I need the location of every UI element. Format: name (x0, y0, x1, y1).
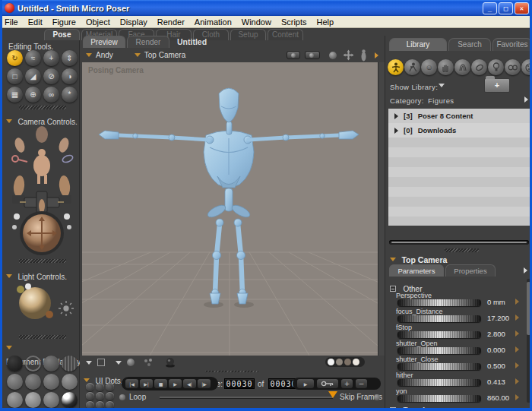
flat-shaded-style-icon[interactable] (25, 374, 41, 390)
section-grip[interactable] (19, 259, 66, 263)
tab-pose[interactable]: Pose (44, 29, 80, 40)
parameters-scrollbar[interactable] (527, 279, 530, 403)
param-value[interactable]: 0 mm (487, 298, 505, 306)
depth-cue-dropdown-icon[interactable] (86, 361, 92, 365)
viewport-scroll-groove[interactable] (378, 62, 385, 356)
props-category-icon[interactable] (471, 59, 487, 75)
rotate-tool-icon[interactable]: ↻ (7, 50, 23, 66)
category-expand-icon[interactable] (524, 96, 528, 103)
parameters-expand-icon[interactable] (524, 267, 527, 273)
add-figure-folder-button[interactable]: + (484, 78, 510, 93)
materials-category-icon[interactable] (521, 59, 532, 75)
depth-cue-icon[interactable] (97, 359, 105, 366)
grouping-tool-icon[interactable]: ▦ (7, 87, 23, 103)
menu-object[interactable]: Object (86, 17, 110, 27)
camera-controls-cluster[interactable] (8, 125, 76, 256)
param-menu-icon[interactable] (515, 378, 519, 384)
param-dial[interactable] (397, 395, 481, 402)
viewport[interactable]: Posing Camera (82, 62, 378, 356)
figure-silhouette-icon[interactable] (360, 49, 367, 62)
twist-tool-icon[interactable]: ≈ (25, 50, 41, 66)
tab-preview[interactable]: Preview (83, 36, 125, 48)
smooth-shaded-style-icon[interactable] (7, 392, 23, 408)
flat-lined-style-icon[interactable] (43, 374, 59, 390)
param-menu-icon[interactable] (515, 330, 519, 337)
foreground-color-dot[interactable] (328, 359, 334, 365)
ui-dot[interactable] (96, 392, 104, 400)
camera-selector[interactable]: Top Camera (144, 51, 185, 59)
expand-arrow-icon[interactable] (375, 52, 378, 58)
menu-file[interactable]: File (5, 17, 18, 27)
trackball-icon[interactable] (12, 211, 71, 255)
first-frame-button[interactable]: |◀ (125, 379, 138, 388)
menu-animation[interactable]: Animation (195, 17, 232, 27)
menu-help[interactable]: Help (317, 17, 334, 27)
translate-inout-tool-icon[interactable]: ⇕ (62, 50, 78, 66)
tab-properties[interactable]: Properties (445, 264, 496, 277)
multi-dot-icon[interactable] (144, 358, 154, 367)
scale-tool-icon[interactable]: □ (7, 68, 23, 84)
step-forward-button[interactable]: |▶ (198, 379, 211, 388)
smooth-lined-style-icon[interactable] (25, 392, 41, 408)
param-menu-icon[interactable] (515, 299, 519, 305)
morph-tool-icon[interactable]: ∞ (43, 87, 59, 103)
face-camera-icon[interactable] (36, 126, 48, 143)
param-dial[interactable] (397, 347, 481, 354)
library-item[interactable]: [0] Downloads (388, 123, 530, 138)
ui-dot[interactable] (106, 383, 114, 391)
shadow-color-dot[interactable] (344, 359, 351, 365)
stop-button[interactable]: ■ (154, 379, 167, 388)
silhouette-style-icon[interactable] (7, 356, 23, 371)
param-dial[interactable] (397, 363, 481, 370)
expand-item-icon[interactable] (394, 128, 398, 134)
rate-slider-track[interactable] (160, 397, 333, 398)
light-dot-icon[interactable] (46, 311, 53, 318)
menu-render[interactable]: Render (157, 17, 185, 27)
light-dot-icon[interactable] (25, 283, 31, 289)
ui-dot[interactable] (86, 392, 94, 400)
transform-group-header[interactable]: Transform (390, 403, 438, 411)
param-value[interactable]: 0.500 (487, 362, 505, 370)
translate-tool-icon[interactable]: + (43, 50, 59, 66)
close-button[interactable]: ✕ (515, 2, 529, 14)
sun-icon[interactable] (59, 301, 74, 316)
library-scrollbar[interactable] (389, 240, 529, 245)
body-camera-icon[interactable] (33, 149, 50, 184)
menu-scripts[interactable]: Scripts (281, 17, 307, 27)
maximize-button[interactable]: □ (499, 2, 513, 14)
tab-render[interactable]: Render (127, 36, 169, 48)
skip-frames-toggle[interactable] (374, 394, 380, 400)
last-frame-button[interactable]: ▶| (140, 379, 153, 388)
actor-selector[interactable]: Andy (96, 51, 113, 59)
hands-category-icon[interactable] (438, 59, 454, 75)
left-hand-camera-icon[interactable] (13, 137, 27, 154)
light-controls-cluster[interactable] (6, 280, 76, 327)
texture-shaded-style-icon[interactable] (43, 392, 59, 408)
tracking-dropdown-icon[interactable] (116, 361, 122, 365)
ui-dot[interactable] (106, 392, 114, 400)
title-bar[interactable]: Untitled - Smith Micro Poser _ □ ✕ (0, 0, 532, 16)
ui-dot[interactable] (86, 401, 94, 409)
ui-dot[interactable] (86, 383, 94, 391)
animating-key-icon[interactable] (12, 156, 27, 162)
ui-dot[interactable] (96, 383, 104, 391)
param-value[interactable]: 2.800 (487, 330, 505, 338)
param-menu-icon[interactable] (515, 346, 519, 353)
tracking-ball-icon[interactable] (127, 359, 135, 366)
lights-category-icon[interactable] (488, 59, 504, 75)
add-frames-button[interactable]: + (341, 379, 353, 388)
orbit-ring-icon[interactable] (62, 154, 74, 164)
camera-view-icon[interactable] (287, 51, 300, 59)
light-dot-icon[interactable] (17, 286, 24, 293)
step-back-button[interactable]: ◀| (183, 379, 196, 388)
play-button[interactable]: ▶ (169, 379, 182, 388)
chain-break-tool-icon[interactable]: ⊘ (43, 68, 59, 84)
camera-plane-cross-icon[interactable] (20, 191, 64, 213)
collapse-box-icon[interactable] (390, 286, 396, 292)
panel-grip[interactable] (445, 248, 479, 252)
cameras-category-icon[interactable] (505, 59, 521, 75)
collapse-box-icon[interactable] (390, 407, 396, 411)
tab-favorites[interactable]: Favorites (492, 38, 532, 51)
background-color-dot[interactable] (336, 359, 343, 365)
param-value[interactable]: 860.00 (487, 394, 509, 402)
